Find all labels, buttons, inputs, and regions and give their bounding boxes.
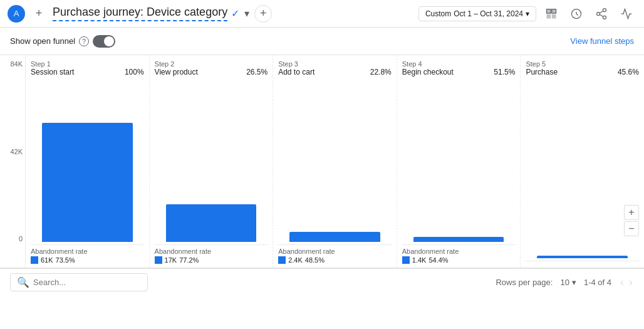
comparison-button[interactable] bbox=[541, 4, 561, 24]
step-name-row-2: View product 26.5% bbox=[155, 68, 268, 76]
step-col-1: Step 1 Session start 100% Abandonment ra… bbox=[26, 55, 150, 268]
step-pct-3: 22.8% bbox=[370, 68, 392, 76]
step-num-4: Step 4 bbox=[402, 60, 516, 68]
step-col-2: Step 2 View product 26.5% Abandonment ra… bbox=[150, 55, 274, 268]
bar-2 bbox=[166, 204, 256, 242]
abandonment-data-4: 1.4K 54.4% bbox=[402, 256, 516, 264]
step-pct-5: 45.6% bbox=[618, 68, 639, 76]
search-input[interactable] bbox=[33, 278, 141, 287]
step-name-row-3: Add to cart 22.8% bbox=[278, 68, 392, 76]
step-name-row-4: Begin checkout 51.5% bbox=[402, 68, 516, 76]
aband-pct-2: 77.2% bbox=[179, 256, 199, 264]
step-name-4: Begin checkout bbox=[402, 68, 454, 76]
next-page-button[interactable]: › bbox=[628, 274, 634, 290]
y-axis-top: 84K bbox=[10, 60, 23, 68]
verified-icon: ✓ bbox=[231, 8, 239, 19]
step-header-2: Step 2 View product 26.5% bbox=[155, 55, 268, 79]
page-info: 1-4 of 4 bbox=[584, 278, 611, 287]
search-box: 🔍 bbox=[10, 273, 148, 291]
abandonment-data-2: 17K 77.2% bbox=[155, 256, 268, 264]
view-funnel-steps-button[interactable]: View funnel steps bbox=[570, 36, 634, 46]
abandonment-label-4: Abandonment rate bbox=[402, 248, 516, 255]
step-footer-5 bbox=[526, 261, 639, 268]
add-tab-button[interactable]: + bbox=[31, 6, 46, 21]
step-name-3: Add to cart bbox=[278, 68, 314, 76]
aband-square-4 bbox=[402, 256, 410, 264]
rows-per-page-value: 10 bbox=[560, 278, 569, 287]
svg-point-3 bbox=[603, 16, 606, 19]
step-col-4: Step 4 Begin checkout 51.5% Abandonment … bbox=[397, 55, 521, 268]
step-name-row-5: Purchase 45.6% bbox=[526, 68, 639, 76]
search-icon: 🔍 bbox=[17, 276, 29, 288]
funnel-left: Show open funnel ? bbox=[10, 35, 115, 48]
step-num-1: Step 1 bbox=[31, 60, 144, 68]
aband-count-2: 17K bbox=[165, 256, 177, 264]
step-name-1: Session start bbox=[31, 68, 74, 76]
pagination-area: Rows per page: 10 ▾ 1-4 of 4 ‹ › bbox=[496, 274, 634, 290]
step-col-3: Step 3 Add to cart 22.8% Abandonment rat… bbox=[273, 55, 397, 268]
zoom-in-button[interactable]: + bbox=[624, 205, 639, 220]
bar-1 bbox=[42, 123, 132, 242]
aband-square-2 bbox=[155, 256, 162, 264]
funnel-controls: Show open funnel ? View funnel steps bbox=[0, 28, 644, 55]
step-pct-4: 51.5% bbox=[494, 68, 515, 76]
y-axis: 84K 42K 0 bbox=[0, 55, 25, 268]
title-dropdown-button[interactable]: ▾ bbox=[243, 6, 251, 21]
abandonment-label-2: Abandonment rate bbox=[155, 248, 268, 255]
aband-count-3: 2.4K bbox=[288, 256, 303, 264]
bar-area-1 bbox=[31, 79, 144, 244]
chart-container: 84K 42K 0 Step 1 Session start 100% Aban… bbox=[0, 55, 644, 268]
svg-point-1 bbox=[603, 8, 606, 11]
bar-area-4 bbox=[402, 79, 516, 244]
abandonment-data-3: 2.4K 48.5% bbox=[278, 256, 392, 264]
abandonment-label-1: Abandonment rate bbox=[31, 248, 144, 255]
step-pct-2: 26.5% bbox=[246, 68, 267, 76]
aband-count-4: 1.4K bbox=[412, 256, 427, 264]
share-button[interactable] bbox=[591, 4, 611, 24]
bar-area-3 bbox=[278, 79, 392, 244]
avatar: A bbox=[8, 5, 25, 23]
aband-pct-1: 73.5% bbox=[56, 256, 75, 264]
y-axis-bottom: 0 bbox=[19, 235, 23, 243]
step-num-2: Step 2 bbox=[155, 60, 268, 68]
aband-square-3 bbox=[278, 256, 286, 264]
step-header-1: Step 1 Session start 100% bbox=[31, 55, 144, 79]
show-open-funnel-label: Show open funnel bbox=[10, 36, 75, 46]
date-range-value: Oct 1 – Oct 31, 2024 bbox=[454, 9, 523, 18]
analytics-button[interactable] bbox=[616, 4, 636, 24]
open-funnel-toggle[interactable] bbox=[93, 35, 115, 48]
bar-area-2 bbox=[155, 79, 268, 244]
step-footer-4: Abandonment rate 1.4K 54.4% bbox=[402, 245, 516, 268]
step-header-4: Step 4 Begin checkout 51.5% bbox=[402, 55, 516, 79]
abandonment-label-3: Abandonment rate bbox=[278, 248, 392, 255]
prev-page-button[interactable]: ‹ bbox=[619, 274, 625, 290]
bottom-bar: 🔍 Rows per page: 10 ▾ 1-4 of 4 ‹ › bbox=[0, 268, 644, 296]
aband-pct-4: 54.4% bbox=[428, 256, 448, 264]
bar-4 bbox=[413, 237, 504, 242]
insights-button[interactable] bbox=[566, 4, 586, 24]
svg-point-2 bbox=[597, 12, 600, 15]
toggle-knob bbox=[104, 36, 114, 46]
help-icon[interactable]: ? bbox=[79, 36, 89, 46]
date-range-picker[interactable]: Custom Oct 1 – Oct 31, 2024 ▾ bbox=[418, 6, 536, 21]
bar-area-5 bbox=[526, 79, 639, 261]
aband-square-1 bbox=[31, 256, 38, 264]
step-name-row-1: Session start 100% bbox=[31, 68, 144, 76]
add-section-button[interactable]: + bbox=[254, 5, 272, 23]
step-name-2: View product bbox=[155, 68, 198, 76]
page-title: Purchase journey: Device category bbox=[53, 6, 227, 21]
step-footer-2: Abandonment rate 17K 77.2% bbox=[155, 245, 268, 268]
step-header-3: Step 3 Add to cart 22.8% bbox=[278, 55, 392, 79]
rows-dropdown-icon: ▾ bbox=[572, 278, 576, 287]
rows-per-page-label: Rows per page: bbox=[496, 278, 553, 287]
step-num-5: Step 5 bbox=[526, 60, 639, 68]
step-pct-1: 100% bbox=[125, 68, 144, 76]
rows-per-page-select[interactable]: 10 ▾ bbox=[560, 278, 576, 287]
date-range-label: Custom bbox=[425, 9, 451, 18]
top-bar-right: Custom Oct 1 – Oct 31, 2024 ▾ bbox=[418, 4, 636, 24]
top-bar: A + Purchase journey: Device category ✓ … bbox=[0, 0, 644, 28]
zoom-out-button[interactable]: − bbox=[624, 221, 639, 236]
step-num-3: Step 3 bbox=[278, 60, 392, 68]
chart-steps: Step 1 Session start 100% Abandonment ra… bbox=[25, 55, 644, 268]
y-axis-mid: 42K bbox=[10, 148, 23, 155]
